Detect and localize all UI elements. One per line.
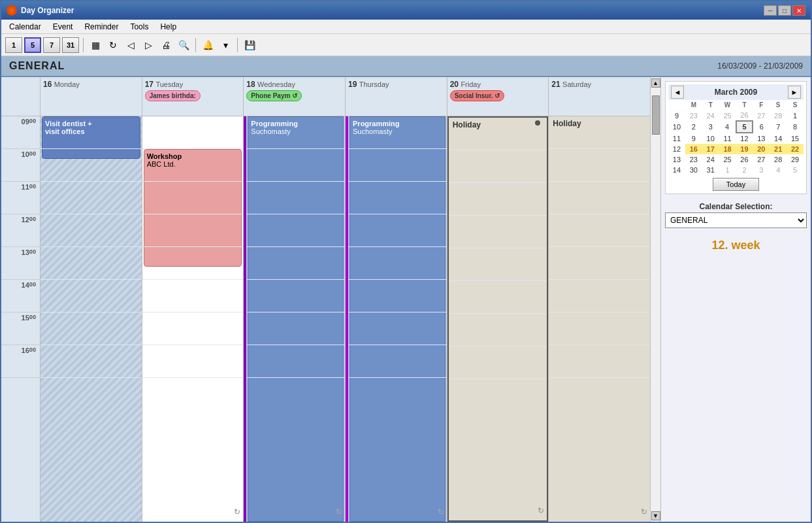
timecell-f-7[interactable] [449,346,547,379]
view-month-button[interactable]: 31 [62,37,79,53]
print-icon[interactable]: 🖨 [158,37,174,53]
timecell-f-1[interactable] [449,150,547,183]
cal-day-3[interactable]: 3 [753,165,770,175]
menu-reminder[interactable]: Reminder [79,21,123,33]
minimize-button[interactable]: ─ [764,5,777,16]
search-icon[interactable]: 🔍 [176,37,191,53]
timecell-f-0[interactable] [449,118,547,150]
timecell-t-6[interactable] [142,312,244,345]
refresh-icon[interactable]: ↻ [105,37,121,53]
timecell-m-1[interactable] [41,149,142,182]
timecell-th-4[interactable] [348,247,447,280]
timecell-t-0[interactable] [142,116,244,149]
resize-handle-workshop[interactable]: ↻ [234,507,240,516]
cal-day-5[interactable]: 5 [736,121,753,133]
timecell-m-0[interactable] [41,116,142,149]
timecell-w-1[interactable] [246,149,345,182]
cal-day-9[interactable]: 9 [685,133,702,144]
timecell-m-7[interactable] [41,345,142,378]
timecell-w-5[interactable] [246,280,345,312]
cal-day-3[interactable]: 3 [702,121,719,133]
view-1day-button[interactable]: 1 [5,37,22,53]
timecell-th-6[interactable] [348,312,447,345]
cal-day-7[interactable]: 7 [770,121,787,133]
timecell-m-3[interactable] [41,214,142,247]
cal-day-6[interactable]: 6 [753,121,770,133]
bell-icon[interactable]: 🔔 [200,37,216,53]
cal-day-23[interactable]: 23 [685,154,702,165]
timecell-s-4[interactable] [549,247,650,280]
timecell-w-0[interactable] [246,116,345,149]
cal-day-30[interactable]: 30 [685,165,702,175]
cal-day-24[interactable]: 24 [702,154,719,165]
cal-day-4[interactable]: 4 [719,121,736,133]
resize-handle-prog-wed[interactable]: ↻ [336,507,342,516]
timecell-m-5[interactable] [41,280,142,312]
timecell-t-7[interactable] [142,345,244,378]
timecell-s-0[interactable] [549,116,650,149]
timecell-s-7[interactable] [549,345,650,378]
timecell-t-5[interactable] [142,280,244,312]
timecell-th-5[interactable] [348,280,447,312]
badge-social-insurance[interactable]: Social Insur. ↺ [450,90,505,101]
scroll-thumb[interactable] [652,95,660,135]
cal-day-25[interactable]: 25 [719,110,736,121]
cal-day-8[interactable]: 8 [787,121,804,133]
close-button[interactable]: ✕ [792,5,805,16]
cal-day-1[interactable]: 1 [719,165,736,175]
cal-day-28[interactable]: 28 [770,154,787,165]
cal-day-22[interactable]: 22 [787,144,804,154]
cal-day-26[interactable]: 26 [736,154,753,165]
timecell-m-6[interactable] [41,312,142,345]
timecell-m-4[interactable] [41,247,142,280]
cal-day-10[interactable]: 10 [702,133,719,144]
cal-day-23[interactable]: 23 [685,110,702,121]
timecell-f-6[interactable] [449,314,547,346]
view-5day-button[interactable]: 5 [24,37,41,53]
bell-dropdown-icon[interactable]: ▾ [218,37,233,53]
timecell-th-2[interactable] [348,182,447,214]
timecell-t-3[interactable] [142,214,244,247]
timecell-s-6[interactable] [549,312,650,345]
cal-day-27[interactable]: 27 [753,110,770,121]
view-7day-button[interactable]: 7 [43,37,60,53]
timecell-s-3[interactable] [549,214,650,247]
timecell-w-3[interactable] [246,214,345,247]
cal-day-12[interactable]: 12 [736,133,753,144]
cal-day-5[interactable]: 5 [787,165,804,175]
timecell-t-4[interactable] [142,247,244,280]
today-button[interactable]: Today [713,178,759,191]
cal-day-25[interactable]: 25 [719,154,736,165]
cal-day-19[interactable]: 19 [736,144,753,154]
menu-tools[interactable]: Tools [125,21,154,33]
timecell-th-1[interactable] [348,149,447,182]
cal-day-1[interactable]: 1 [787,110,804,121]
prev-icon[interactable]: ◁ [123,37,138,53]
timecell-s-5[interactable] [549,280,650,312]
cal-day-13[interactable]: 13 [753,133,770,144]
cal-day-11[interactable]: 11 [719,133,736,144]
timecell-f-4[interactable] [449,248,547,281]
cal-day-16[interactable]: 16 [685,144,702,154]
mini-cal-next[interactable]: ► [788,86,801,99]
resize-handle-holiday-fri[interactable]: ↻ [538,506,544,515]
menu-event[interactable]: Event [48,21,78,33]
cal-day-26[interactable]: 26 [736,110,753,121]
badge-phone-payment[interactable]: Phone Paym ↺ [246,90,302,101]
cal-day-18[interactable]: 18 [719,144,736,154]
timecell-th-3[interactable] [348,214,447,247]
timecell-th-0[interactable] [348,116,447,149]
mini-cal-prev[interactable]: ◄ [671,86,684,99]
save-icon[interactable]: 💾 [242,37,257,53]
cal-day-31[interactable]: 31 [702,165,719,175]
timecell-f-5[interactable] [449,281,547,314]
cal-day-27[interactable]: 27 [753,154,770,165]
scroll-up-arrow[interactable]: ▲ [651,78,660,88]
menu-calendar[interactable]: Calendar [4,21,46,33]
cal-day-28[interactable]: 28 [770,110,787,121]
scroll-down-arrow[interactable]: ▼ [651,511,660,520]
timecell-f-2[interactable] [449,183,547,216]
cal-day-4[interactable]: 4 [770,165,787,175]
cal-day-2[interactable]: 2 [736,165,753,175]
timecell-w-2[interactable] [246,182,345,214]
